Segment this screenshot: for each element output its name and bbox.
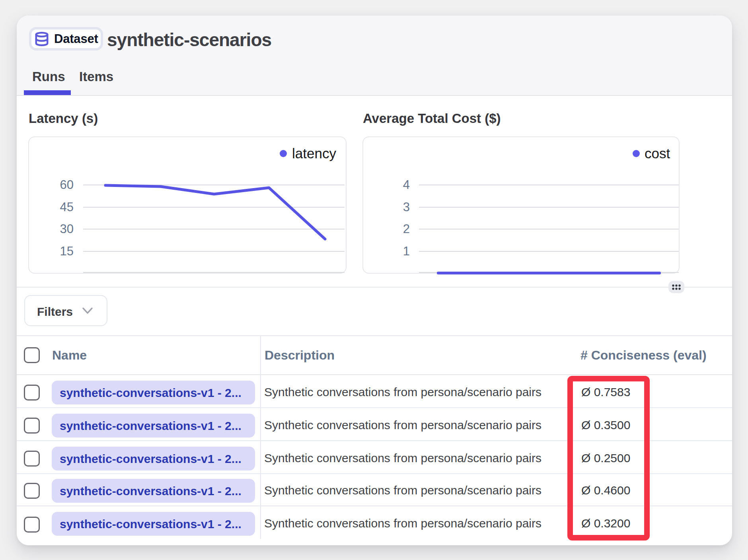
svg-text:3: 3 — [403, 200, 410, 214]
svg-text:30: 30 — [60, 222, 74, 236]
svg-text:45: 45 — [60, 200, 74, 214]
svg-text:2: 2 — [403, 222, 410, 236]
svg-text:15: 15 — [60, 244, 74, 258]
svg-text:60: 60 — [60, 178, 74, 192]
svg-text:cost: cost — [645, 146, 670, 161]
svg-text:4: 4 — [403, 178, 410, 192]
svg-text:1: 1 — [403, 244, 410, 258]
svg-text:latency: latency — [292, 146, 336, 161]
